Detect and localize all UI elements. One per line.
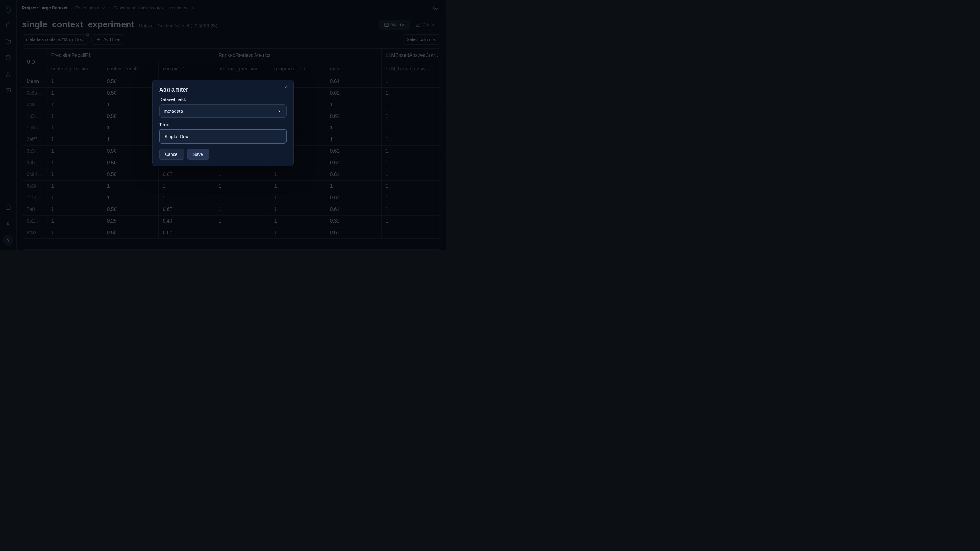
- modal-save[interactable]: Save: [188, 149, 209, 160]
- modal-field-label: Dataset field:: [159, 97, 286, 102]
- modal-field-select[interactable]: metadata: [159, 105, 286, 118]
- modal-field-value: metadata: [164, 108, 183, 114]
- modal-overlay[interactable]: ✕ Add a filter Dataset field: metadata T…: [0, 0, 446, 250]
- add-filter-modal: ✕ Add a filter Dataset field: metadata T…: [152, 79, 294, 166]
- modal-term-label: Term:: [159, 122, 286, 127]
- modal-actions: Cancel Save: [159, 149, 286, 160]
- modal-cancel[interactable]: Cancel: [159, 149, 185, 160]
- modal-term-input-wrap: [159, 130, 286, 143]
- modal-title: Add a filter: [159, 87, 286, 93]
- modal-close[interactable]: ✕: [282, 84, 289, 91]
- app-root: Y Project: Large Dataset › Experiments ›…: [0, 0, 446, 250]
- modal-term-input[interactable]: [164, 133, 282, 139]
- chevron-down-icon: [277, 109, 282, 114]
